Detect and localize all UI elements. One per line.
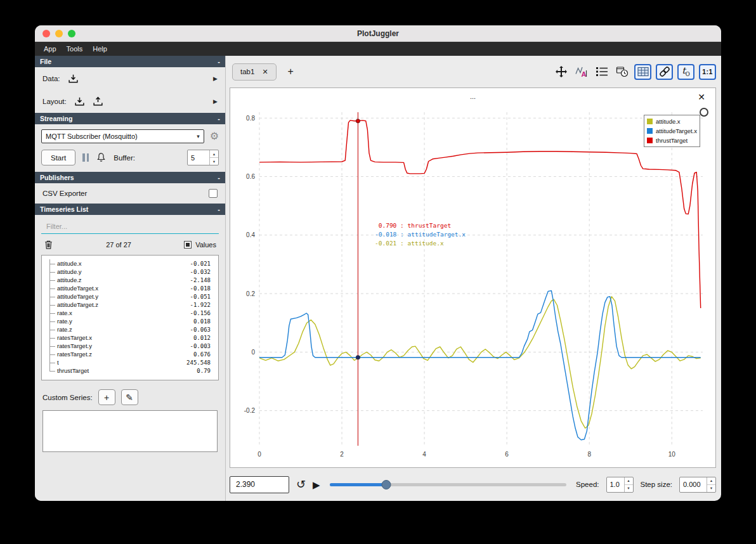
collapse-icon[interactable]: - <box>218 58 220 65</box>
legend-item[interactable]: attitude.x <box>647 117 697 126</box>
buffer-label: Buffer: <box>114 154 135 162</box>
spin-up-icon[interactable]: ▲ <box>707 477 715 485</box>
legend-toggle-button[interactable] <box>594 65 609 79</box>
collapse-icon[interactable]: - <box>218 205 220 213</box>
curve-style-button[interactable]: A <box>573 65 589 79</box>
legend-swatch <box>647 128 653 134</box>
timeseries-item[interactable]: attitude.x-0.021 <box>42 259 216 268</box>
streaming-source-value: MQTT Subscriber (Mosquitto) <box>46 133 138 140</box>
spin-up-icon[interactable]: ▲ <box>625 477 633 485</box>
timeline-slider-handle[interactable] <box>382 480 391 489</box>
plot-corner-marker[interactable] <box>700 108 708 117</box>
svg-text:0.8: 0.8 <box>246 115 255 122</box>
add-custom-series-button[interactable]: + <box>98 389 115 405</box>
step-size-input[interactable] <box>680 477 707 492</box>
timeseries-item[interactable]: attitudeTarget.z-1.922 <box>42 301 216 309</box>
edit-custom-series-button[interactable]: ✎ <box>121 389 138 405</box>
custom-series-list[interactable] <box>42 410 218 452</box>
svg-text:8: 8 <box>587 451 591 458</box>
collapse-icon[interactable]: - <box>218 115 220 122</box>
start-streaming-button[interactable]: Start <box>41 150 75 165</box>
load-layout-icon[interactable] <box>74 96 85 107</box>
view-layout-button[interactable] <box>634 64 651 80</box>
buffer-input[interactable] <box>188 150 209 165</box>
timeseries-filter-input[interactable] <box>41 221 219 234</box>
datetime-scale-button[interactable] <box>614 65 630 79</box>
data-menu-arrow-icon[interactable]: ▶ <box>213 75 218 82</box>
minimize-window-button[interactable] <box>55 30 63 37</box>
timeseries-count: 27 of 27 <box>53 241 184 249</box>
spin-down-icon[interactable]: ▼ <box>625 485 633 492</box>
filter-row <box>35 215 225 235</box>
collapse-icon[interactable]: - <box>218 174 220 181</box>
close-window-button[interactable] <box>42 30 50 37</box>
zoom-1to1-button[interactable]: 1:1 <box>699 64 716 80</box>
csv-exporter-checkbox[interactable] <box>209 189 218 198</box>
timeseries-item[interactable]: rate.y0.018 <box>42 317 216 325</box>
timeseries-item[interactable]: ratesTarget.x0.012 <box>42 334 216 342</box>
spin-down-icon[interactable]: ▼ <box>210 158 218 165</box>
save-layout-icon[interactable] <box>93 96 103 107</box>
legend-item[interactable]: attitudeTarget.x <box>647 126 697 136</box>
streaming-controls-row: Start Buffer: ▲ ▼ <box>35 147 225 172</box>
trash-icon[interactable] <box>44 240 53 250</box>
file-section-header[interactable]: File - <box>35 56 225 67</box>
current-time-input[interactable] <box>230 476 289 493</box>
timeseries-item[interactable]: ratesTarget.z0.676 <box>42 350 216 358</box>
streaming-section-header[interactable]: Streaming - <box>35 113 225 124</box>
add-tab-button[interactable]: + <box>288 66 294 77</box>
menu-help[interactable]: Help <box>88 45 112 53</box>
close-plot-button[interactable]: ✕ <box>698 92 705 102</box>
timeseries-item[interactable]: attitude.z-2.148 <box>42 276 216 284</box>
speed-spin-arrows[interactable]: ▲ ▼ <box>624 477 633 492</box>
move-tool-button[interactable] <box>553 65 569 79</box>
menu-tools[interactable]: Tools <box>62 45 88 53</box>
streaming-source-select[interactable]: MQTT Subscriber (Mosquitto) ▾ <box>41 129 204 143</box>
play-icon[interactable]: ▶ <box>313 480 320 489</box>
spin-down-icon[interactable]: ▼ <box>707 485 715 492</box>
timeline-slider[interactable] <box>330 480 566 489</box>
legend-swatch <box>647 138 653 143</box>
timeseries-value: -2.148 <box>190 277 211 283</box>
timeseries-item[interactable]: attitudeTarget.x-0.018 <box>42 284 216 292</box>
tab-tab1[interactable]: tab1 ✕ <box>232 63 277 81</box>
time-offset-button[interactable]: tO <box>677 64 694 80</box>
values-checkbox-icon[interactable] <box>184 241 192 249</box>
timeseries-item[interactable]: thrustTarget0.79 <box>42 366 216 375</box>
timeseries-item[interactable]: t245.548 <box>42 358 216 366</box>
values-toggle[interactable]: Values <box>184 241 216 249</box>
plot-area[interactable]: ... ✕ attitude.xattitudeTarget.xthrustTa… <box>230 87 716 468</box>
timeseries-item[interactable]: attitude.y-0.032 <box>42 268 216 276</box>
step-size-spinbox[interactable]: ▲ ▼ <box>679 477 716 493</box>
pause-icon[interactable] <box>82 153 89 162</box>
link-axes-button[interactable] <box>656 64 673 80</box>
timeseries-item[interactable]: attitudeTarget.y-0.051 <box>42 292 216 301</box>
chart-canvas[interactable]: -0.200.20.40.60.80246810 <box>233 105 713 465</box>
streaming-settings-gear-icon[interactable]: ⚙ <box>210 131 219 141</box>
timeseries-section-header[interactable]: Timeseries List - <box>35 204 225 215</box>
legend-item[interactable]: thrustTarget <box>647 136 697 145</box>
speed-input[interactable] <box>607 477 624 492</box>
bell-icon[interactable] <box>96 152 107 163</box>
timeseries-item[interactable]: ratesTarget.y-0.003 <box>42 342 216 350</box>
screen-background: PlotJuggler App Tools Help File - Data: <box>0 0 756 544</box>
maximize-window-button[interactable] <box>68 30 75 37</box>
clock-calendar-icon <box>616 65 629 78</box>
buffer-spin-arrows[interactable]: ▲ ▼ <box>209 150 218 165</box>
tab-close-icon[interactable]: ✕ <box>262 68 268 76</box>
load-data-icon[interactable] <box>68 74 79 84</box>
loop-icon[interactable]: ↺ <box>296 479 306 490</box>
timeseries-list[interactable]: attitude.x-0.021attitude.y-0.032attitude… <box>41 255 219 380</box>
speed-spinbox[interactable]: ▲ ▼ <box>606 477 634 493</box>
step-spin-arrows[interactable]: ▲ ▼ <box>707 477 715 492</box>
publishers-section-header[interactable]: Publishers - <box>35 172 225 183</box>
timeseries-item[interactable]: rate.z-0.063 <box>42 325 216 334</box>
buffer-spinbox[interactable]: ▲ ▼ <box>187 150 219 165</box>
left-panel: File - Data: ▶ Layout: <box>35 56 226 501</box>
spin-up-icon[interactable]: ▲ <box>210 150 218 158</box>
one-to-one-icon: 1:1 <box>702 68 713 75</box>
layout-menu-arrow-icon[interactable]: ▶ <box>213 98 218 105</box>
timeseries-item[interactable]: rate.x-0.156 <box>42 309 216 317</box>
svg-text:A: A <box>581 70 586 78</box>
menu-app[interactable]: App <box>39 45 62 53</box>
